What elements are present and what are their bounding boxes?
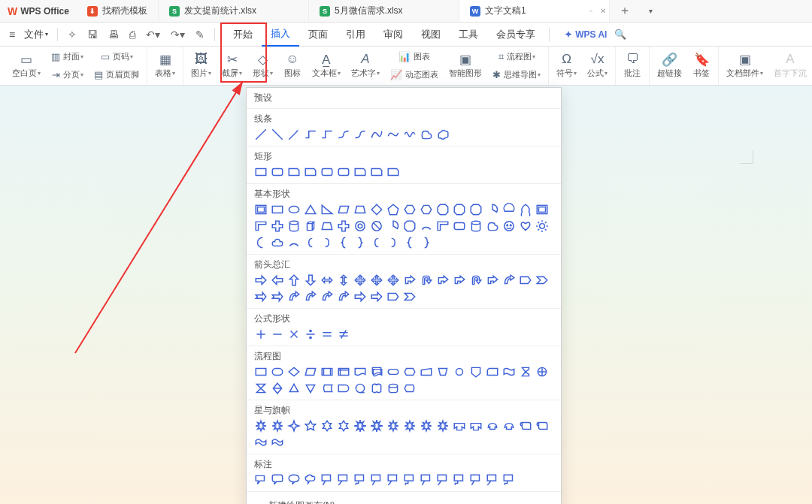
shape-option[interactable] [254,128,268,141]
shape-option[interactable] [469,419,483,433]
menu-page[interactable]: 页面 [299,23,337,47]
menu-start[interactable]: 开始 [224,23,262,47]
shape-option[interactable] [420,419,433,433]
format-painter-icon[interactable]: ✎ [190,29,210,41]
icon-button[interactable]: ☺图标 [280,48,305,84]
new-doc-icon[interactable]: ✧ [62,29,82,41]
shape-option[interactable] [287,365,301,379]
shape-option[interactable] [287,203,301,216]
hyperlink-button[interactable]: 🔗超链接 [653,48,686,84]
shape-option[interactable] [370,128,383,141]
shape-option[interactable] [287,219,301,233]
shape-option[interactable] [287,165,301,179]
shape-option[interactable] [337,327,350,341]
shape-option[interactable] [386,236,400,249]
shape-option[interactable] [304,290,317,303]
tab-document-active[interactable]: W 文字文稿1 ▫ ✕ [459,0,610,22]
shape-option[interactable] [420,128,433,141]
shape-option[interactable] [386,165,400,179]
menu-view[interactable]: 视图 [412,23,450,47]
shape-option[interactable] [287,290,301,303]
shape-option[interactable] [337,382,350,395]
shape-option[interactable] [486,219,499,233]
shape-option[interactable] [353,290,367,303]
shape-option[interactable] [254,436,268,449]
shape-option[interactable] [254,273,268,287]
shape-option[interactable] [436,203,450,216]
shape-option[interactable] [320,290,334,303]
shape-option[interactable] [453,473,466,487]
shape-option[interactable] [337,473,350,487]
dynamic-chart-button[interactable]: 📈动态图表 [386,67,442,83]
shape-option[interactable] [535,419,549,433]
shape-option[interactable] [337,203,350,216]
flowchart-button[interactable]: ⌗流程图▾ [489,49,544,65]
tab-list-dropdown[interactable]: ▾ [640,7,662,15]
shape-option[interactable] [469,203,483,216]
dropcap-button[interactable]: A首字下沉 [770,48,810,84]
menu-vip[interactable]: 会员专享 [487,23,544,47]
shape-option[interactable] [436,128,450,141]
shape-option[interactable] [320,165,334,179]
shape-option[interactable] [403,236,417,249]
shape-option[interactable] [337,236,350,249]
shape-option[interactable] [453,365,466,379]
shape-option[interactable] [287,273,301,287]
shape-option[interactable] [370,273,383,287]
shape-option[interactable] [353,382,367,395]
shape-option[interactable] [320,327,334,341]
shape-option[interactable] [386,273,400,287]
shape-option[interactable] [370,165,383,179]
shape-option[interactable] [403,219,417,233]
shape-option[interactable] [370,473,383,487]
shape-option[interactable] [254,203,268,216]
shape-option[interactable] [304,327,317,341]
shape-option[interactable] [386,290,400,303]
shape-option[interactable] [386,219,400,233]
shape-option[interactable] [353,236,367,249]
shape-option[interactable] [420,219,433,233]
menu-tools[interactable]: 工具 [450,23,487,47]
chart-button[interactable]: 📊图表 [386,49,442,65]
shapes-button[interactable]: ◇形状▾ [249,48,277,84]
shape-option[interactable] [254,165,268,179]
save-icon[interactable]: 🖫 [82,29,103,41]
shape-option[interactable] [403,128,417,141]
shape-option[interactable] [386,365,400,379]
shape-option[interactable] [353,219,367,233]
shape-option[interactable] [353,203,367,216]
picture-button[interactable]: 🖼图片▾ [187,48,215,84]
shape-option[interactable] [403,382,417,395]
shape-option[interactable] [320,236,334,249]
shape-option[interactable] [287,327,301,341]
shape-option[interactable] [304,273,317,287]
shape-option[interactable] [254,327,268,341]
header-footer-button[interactable]: ▤页眉页脚 [90,67,143,83]
shape-option[interactable] [271,165,284,179]
shape-option[interactable] [403,203,417,216]
shape-option[interactable] [519,219,532,233]
cover-button[interactable]: ▥封面▾ [47,49,87,65]
blank-page-button[interactable]: ▭空白页▾ [8,48,44,84]
shape-option[interactable] [337,290,350,303]
shape-option[interactable] [271,203,284,216]
bookmark-button[interactable]: 🔖书签 [689,48,714,84]
print-icon[interactable]: 🖶 [103,29,124,41]
redo-icon[interactable]: ↷▾ [165,29,190,41]
search-icon[interactable]: 🔍 [614,29,626,40]
shape-option[interactable] [353,365,367,379]
shape-option[interactable] [320,219,334,233]
shape-option[interactable] [337,219,350,233]
shape-option[interactable] [304,365,317,379]
shape-option[interactable] [436,365,450,379]
shape-option[interactable] [271,419,284,433]
shape-option[interactable] [403,419,417,433]
page-number-button[interactable]: ▭页码▾ [90,49,143,65]
mindmap-button[interactable]: ✱思维导图▾ [489,67,544,83]
shape-option[interactable] [304,219,317,233]
shape-option[interactable] [353,419,367,433]
shape-option[interactable] [469,365,483,379]
screenshot-button[interactable]: ✂截屏▾ [218,48,246,84]
shape-option[interactable] [469,219,483,233]
undo-icon[interactable]: ↶▾ [141,29,165,41]
